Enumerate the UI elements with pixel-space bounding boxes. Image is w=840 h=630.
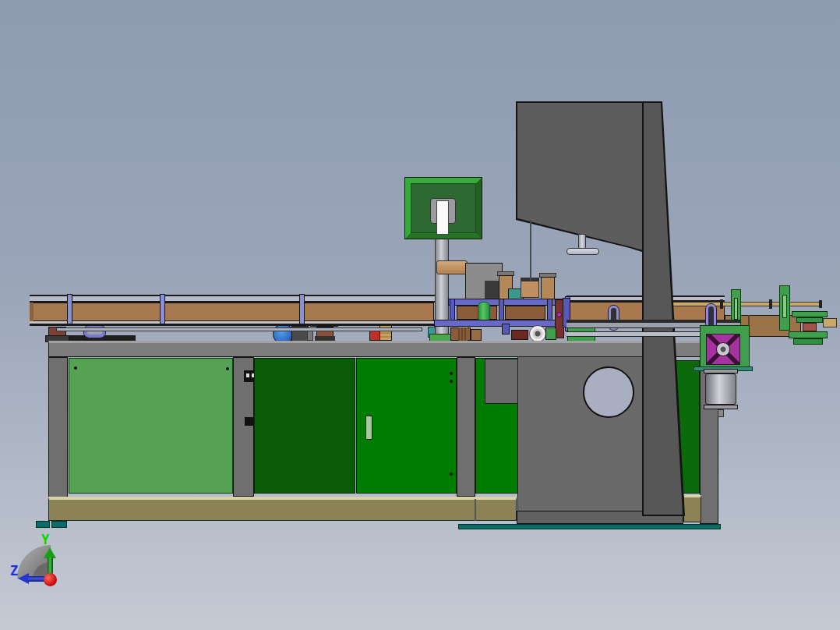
- station-cylinder-tan: [436, 260, 468, 274]
- door-screw: [450, 380, 453, 383]
- station-rail-top-blue: [448, 299, 563, 306]
- end-roller-plate: [796, 317, 823, 323]
- end-fitting-tan: [823, 318, 837, 327]
- left-conveyor-belt-endcap: [30, 303, 34, 321]
- conveyor-post-blue: [67, 294, 72, 324]
- base-seam: [475, 499, 476, 521]
- column-upper-block: [516, 101, 644, 253]
- block-green-small: [545, 327, 556, 340]
- column-inner-edge-line: [530, 220, 531, 281]
- monitor-mount-bracket: [436, 200, 449, 235]
- conveyor-post-blue: [160, 294, 165, 324]
- door-handle: [365, 416, 372, 440]
- cabinet-post: [457, 357, 475, 497]
- base-khaki-right: [683, 495, 701, 522]
- press-ram-pole: [578, 234, 586, 249]
- motor-shaft: [718, 409, 724, 417]
- origin-sphere: [44, 573, 57, 586]
- gearbox-hub: [716, 342, 730, 356]
- guide-rod-clamp: [769, 299, 772, 309]
- door-light-green: [69, 358, 233, 494]
- roller-wheel-white: [529, 325, 546, 342]
- baseplate-teal: [458, 524, 721, 529]
- end-roller-disc: [789, 331, 828, 338]
- rod-bracket-slot: [782, 295, 787, 318]
- door-screw: [74, 366, 77, 370]
- guide-rod-clamp: [720, 299, 723, 309]
- y-axis-arrowhead: [44, 547, 56, 558]
- latch-black: [245, 417, 253, 426]
- block-blue-small: [502, 324, 510, 334]
- y-axis-label: Y: [41, 533, 49, 547]
- conveyor-support-bar: [56, 327, 422, 331]
- z-axis-arrowhead: [18, 573, 29, 584]
- table-top: [48, 341, 718, 357]
- guide-rod: [669, 302, 822, 306]
- door-screw: [450, 372, 453, 375]
- end-roller-hub: [803, 323, 817, 331]
- station-block-brown: [457, 306, 497, 320]
- box-brown-ribbed: [458, 327, 468, 341]
- door-screw: [226, 367, 229, 370]
- rod-bracket-slot: [734, 298, 738, 320]
- hinge-pin: [246, 373, 249, 377]
- box-darkred: [511, 330, 528, 340]
- indicator-dot-magenta: [556, 312, 562, 317]
- box-brown: [471, 329, 482, 341]
- left-conveyor-belt: [30, 303, 434, 321]
- cad-viewport[interactable]: Y Z: [0, 0, 840, 630]
- table-leg-left: [48, 357, 68, 497]
- end-roller-disc: [793, 338, 823, 345]
- column-hole: [583, 366, 634, 418]
- z-axis-label: Z: [10, 565, 18, 578]
- motor-body: [705, 373, 736, 405]
- left-conveyor-top-rail: [30, 295, 435, 303]
- station-box-tan: [521, 281, 539, 298]
- triad: Y Z: [0, 522, 101, 616]
- guide-rod-end: [819, 300, 822, 308]
- end-roller-plate: [792, 311, 828, 317]
- base-khaki-left: [48, 497, 517, 521]
- station-block-brown: [505, 306, 545, 320]
- press-ram-disc: [566, 248, 599, 255]
- door-screw: [450, 472, 453, 476]
- station-rail-bottom-blue: [434, 320, 563, 327]
- door-dark-green: [254, 358, 355, 494]
- conveyor-post-blue: [299, 294, 305, 324]
